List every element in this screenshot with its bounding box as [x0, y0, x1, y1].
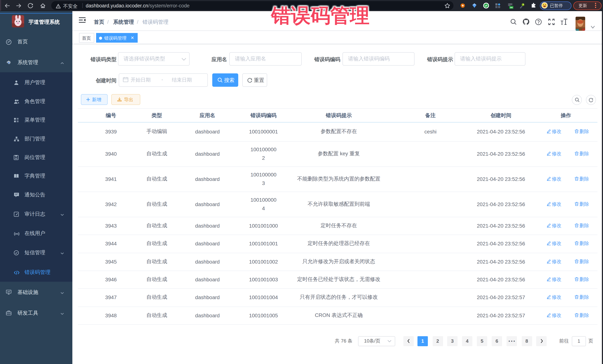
svg-text:on: on: [510, 6, 513, 8]
